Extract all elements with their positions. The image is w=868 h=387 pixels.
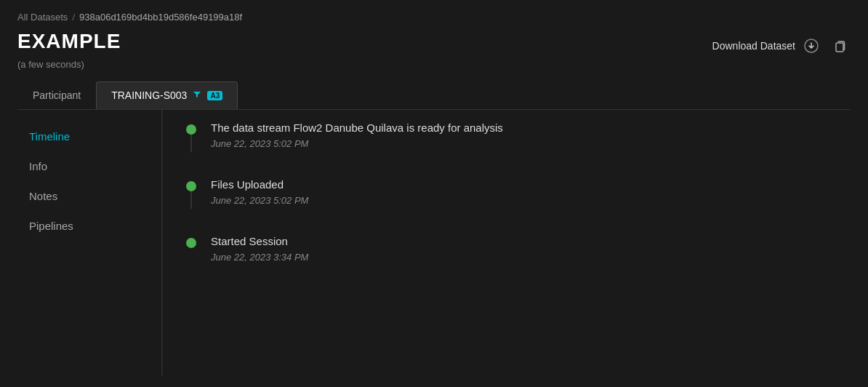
breadcrumb: All Datasets / 938a06d169bd4bb19d586fe49…: [17, 12, 851, 23]
tab-participant-label: Participant: [33, 89, 81, 101]
timeline-dot-container-1: [186, 121, 196, 135]
timeline-item: Files Uploaded June 22, 2023 5:02 PM: [186, 178, 827, 212]
timeline-dot-1: [186, 124, 196, 135]
sidebar-item-pipelines[interactable]: Pipelines: [17, 211, 161, 241]
tab-training-s003[interactable]: TRAINING-S003 A3: [96, 81, 238, 109]
breadcrumb-separator: /: [72, 12, 75, 23]
tag-icon: A3: [207, 91, 222, 100]
sidebar-item-timeline[interactable]: Timeline: [17, 121, 161, 151]
sidebar: Timeline Info Notes Pipelines: [17, 110, 163, 375]
download-arrow-icon: [801, 36, 821, 56]
timeline-event-title-2: Files Uploaded: [211, 178, 827, 191]
header-actions: Download Dataset: [712, 36, 851, 56]
breadcrumb-all-datasets[interactable]: All Datasets: [17, 12, 68, 23]
timeline-dot-container-2: [186, 178, 196, 191]
tab-participant[interactable]: Participant: [17, 81, 96, 109]
timeline-dot-container-3: [186, 235, 196, 248]
timeline-dot-3: [186, 238, 196, 248]
timeline-event-title-3: Started Session: [211, 235, 827, 247]
timeline-content-3: Started Session June 22, 2023 3:34 PM: [211, 235, 827, 268]
timeline-content-1: The data stream Flow2 Danube Quilava is …: [211, 121, 827, 155]
sidebar-item-info[interactable]: Info: [17, 151, 161, 181]
timeline-item: The data stream Flow2 Danube Quilava is …: [186, 121, 827, 155]
tab-training-s003-label: TRAINING-S003: [111, 89, 187, 101]
breadcrumb-current-id: 938a06d169bd4bb19d586fe49199a18f: [79, 12, 242, 23]
page-header: EXAMPLE Download Dataset: [17, 30, 851, 56]
timeline-line-container: The data stream Flow2 Danube Quilava is …: [186, 121, 827, 268]
copy-icon[interactable]: [830, 36, 851, 56]
title-block: EXAMPLE: [17, 30, 121, 53]
timeline-dot-2: [186, 181, 196, 191]
timeline-connector-2: [190, 191, 192, 209]
content-area: Timeline Info Notes Pipelines The data s…: [17, 110, 851, 375]
timeline-connector-1: [190, 135, 192, 152]
timeline-content-2: Files Uploaded June 22, 2023 5:02 PM: [211, 178, 827, 212]
timeline-item: Started Session June 22, 2023 3:34 PM: [186, 235, 827, 268]
download-dataset-button[interactable]: Download Dataset: [712, 36, 821, 56]
svg-rect-1: [836, 43, 843, 52]
timeline-event-date-3: June 22, 2023 3:34 PM: [211, 252, 827, 263]
timeline-event-date-1: June 22, 2023 5:02 PM: [211, 138, 827, 149]
page-container: All Datasets / 938a06d169bd4bb19d586fe49…: [0, 0, 868, 387]
timeline-event-date-2: June 22, 2023 5:02 PM: [211, 195, 827, 206]
tabs-bar: Participant TRAINING-S003 A3: [17, 81, 851, 110]
subtitle: (a few seconds): [17, 59, 851, 70]
filter-icon: [193, 90, 201, 101]
timeline-area: The data stream Flow2 Danube Quilava is …: [163, 110, 851, 375]
timeline-event-title-1: The data stream Flow2 Danube Quilava is …: [211, 121, 827, 134]
sidebar-item-notes[interactable]: Notes: [17, 181, 161, 211]
download-dataset-label: Download Dataset: [712, 40, 795, 52]
page-title: EXAMPLE: [17, 30, 121, 53]
